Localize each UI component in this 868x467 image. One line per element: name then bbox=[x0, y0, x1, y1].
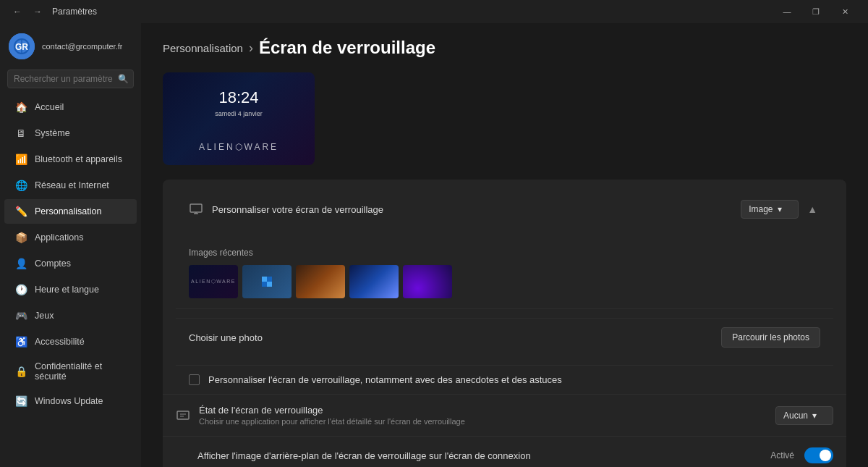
sidebar-item-comptes[interactable]: 👤 Comptes bbox=[4, 251, 137, 276]
etat-dropdown[interactable]: Aucun ▾ bbox=[775, 406, 833, 425]
sidebar-item-windows-update[interactable]: 🔄 Windows Update bbox=[4, 389, 137, 413]
personalisation-icon: ✏️ bbox=[14, 205, 27, 218]
sidebar-item-label: Windows Update bbox=[35, 396, 103, 406]
svg-text:GR: GR bbox=[15, 42, 28, 52]
personalise-dropdown[interactable]: Image ▾ bbox=[741, 200, 799, 219]
titlebar-title: Paramètres bbox=[52, 7, 97, 17]
breadcrumb: Personnalisation › Écran de verrouillage bbox=[163, 38, 846, 58]
image-thumb-5[interactable] bbox=[403, 265, 452, 298]
etat-sublabel: Choisir une application pour afficher l'… bbox=[199, 417, 767, 426]
system-icon: 🖥 bbox=[14, 127, 27, 140]
afficher-status: Activé bbox=[770, 450, 794, 460]
afficher-content: Afficher l'image d'arrière-plan de l'écr… bbox=[176, 450, 762, 461]
afficher-toggle[interactable] bbox=[804, 447, 833, 463]
choose-photo-row: Choisir une photo Parcourir les photos bbox=[176, 318, 833, 356]
etat-label: État de l'écran de verrouillage bbox=[199, 405, 767, 416]
close-button[interactable]: ✕ bbox=[830, 0, 859, 23]
afficher-row: Afficher l'image d'arrière-plan de l'écr… bbox=[163, 437, 846, 467]
choose-photo-label: Choisir une photo bbox=[189, 332, 263, 343]
sidebar-item-accessibilite[interactable]: ♿ Accessibilité bbox=[4, 329, 137, 354]
home-icon: 🏠 bbox=[14, 101, 27, 114]
sidebar-item-jeux[interactable]: 🎮 Jeux bbox=[4, 303, 137, 328]
sidebar-search: 🔍 bbox=[7, 70, 134, 88]
chevron-down-icon: ▾ bbox=[812, 411, 817, 421]
personalise-checkbox[interactable] bbox=[189, 374, 200, 385]
main-layout: GR contact@grcomputer.fr 🔍 🏠 Accueil 🖥 S… bbox=[0, 23, 868, 467]
titlebar: ← → Paramètres — ❐ ✕ bbox=[0, 0, 868, 23]
privacy-icon: 🔒 bbox=[14, 365, 27, 378]
image-thumb-2[interactable] bbox=[242, 265, 292, 298]
back-button[interactable]: ← bbox=[9, 3, 26, 20]
sidebar-item-label: Réseau et Internet bbox=[35, 180, 109, 190]
personalise-row: Personnaliser votre écran de verrouillag… bbox=[163, 180, 846, 395]
network-icon: 🌐 bbox=[14, 179, 27, 192]
search-input[interactable] bbox=[7, 70, 134, 88]
breadcrumb-separator: › bbox=[249, 41, 253, 56]
sidebar-item-label: Heure et langue bbox=[35, 285, 99, 295]
accessibility-icon: ♿ bbox=[14, 335, 27, 348]
titlebar-nav: ← → bbox=[9, 3, 46, 20]
sidebar: GR contact@grcomputer.fr 🔍 🏠 Accueil 🖥 S… bbox=[0, 23, 141, 467]
chevron-down-icon: ▾ bbox=[778, 204, 782, 214]
sidebar-username: contact@grcomputer.fr bbox=[42, 42, 122, 51]
sidebar-item-label: Personnalisation bbox=[35, 206, 101, 216]
avatar: GR bbox=[9, 33, 35, 59]
image-thumb-3[interactable] bbox=[296, 265, 345, 298]
personalise-checkbox-row: Personnaliser l'écran de verrouillage, n… bbox=[176, 365, 833, 394]
sidebar-item-accueil[interactable]: 🏠 Accueil bbox=[4, 95, 137, 119]
preview-date: samedi 4 janvier bbox=[215, 110, 263, 117]
sidebar-item-label: Système bbox=[35, 128, 70, 138]
personalise-control: Image ▾ ▲ bbox=[741, 200, 820, 219]
content-area: Personnalisation › Écran de verrouillage… bbox=[141, 23, 868, 467]
image-thumb-4[interactable] bbox=[349, 265, 399, 298]
minimize-button[interactable]: — bbox=[773, 0, 801, 23]
preview-time: 18:24 samedi 4 janvier bbox=[215, 88, 263, 118]
breadcrumb-parent[interactable]: Personnalisation bbox=[163, 42, 243, 54]
svg-rect-9 bbox=[262, 277, 267, 282]
browse-photos-button[interactable]: Parcourir les photos bbox=[721, 327, 820, 348]
images-label: Images récentes bbox=[189, 248, 820, 258]
sidebar-item-label: Jeux bbox=[35, 311, 54, 321]
search-icon: 🔍 bbox=[118, 74, 129, 84]
sidebar-item-label: Accessibilité bbox=[35, 337, 85, 347]
images-grid: ALIEN⬡WARE bbox=[189, 265, 820, 298]
sidebar-item-applications[interactable]: 📦 Applications bbox=[4, 225, 137, 250]
personalise-label-area: Personnaliser votre écran de verrouillag… bbox=[212, 204, 732, 215]
screen-icon bbox=[189, 202, 203, 216]
sidebar-item-personnalisation[interactable]: ✏️ Personnalisation bbox=[4, 199, 137, 224]
preview-logo: ALIEN⬡WARE bbox=[199, 142, 278, 152]
time-icon: 🕐 bbox=[14, 283, 27, 296]
sidebar-item-label: Applications bbox=[35, 232, 83, 243]
etat-icon bbox=[176, 408, 190, 423]
titlebar-controls: — ❐ ✕ bbox=[773, 0, 859, 23]
page-title: Écran de verrouillage bbox=[259, 38, 435, 58]
personalise-checkbox-label: Personnaliser l'écran de verrouillage, n… bbox=[208, 374, 562, 385]
svg-rect-13 bbox=[177, 411, 189, 419]
applications-icon: 📦 bbox=[14, 231, 27, 244]
svg-rect-12 bbox=[267, 282, 272, 287]
sidebar-item-label: Confidentialité et sécurité bbox=[35, 361, 127, 382]
sidebar-item-confidentialite[interactable]: 🔒 Confidentialité et sécurité bbox=[4, 355, 137, 387]
afficher-control: Activé bbox=[770, 447, 833, 463]
update-icon: 🔄 bbox=[14, 395, 27, 408]
maximize-button[interactable]: ❐ bbox=[801, 0, 830, 23]
sidebar-item-heure[interactable]: 🕐 Heure et langue bbox=[4, 277, 137, 302]
sidebar-item-bluetooth[interactable]: 📶 Bluetooth et appareils bbox=[4, 147, 137, 172]
personalise-expand-button[interactable]: ▲ bbox=[804, 201, 820, 218]
sidebar-item-systeme[interactable]: 🖥 Système bbox=[4, 121, 137, 146]
personalise-label: Personnaliser votre écran de verrouillag… bbox=[212, 204, 732, 215]
bluetooth-icon: 📶 bbox=[14, 153, 27, 166]
accounts-icon: 👤 bbox=[14, 257, 27, 270]
etat-control: Aucun ▾ bbox=[775, 406, 833, 425]
sidebar-user: GR contact@grcomputer.fr bbox=[0, 23, 141, 70]
forward-button[interactable]: → bbox=[29, 3, 46, 20]
svg-rect-10 bbox=[267, 277, 272, 282]
sidebar-item-reseau[interactable]: 🌐 Réseau et Internet bbox=[4, 173, 137, 198]
etat-content: État de l'écran de verrouillage Choisir … bbox=[199, 405, 767, 426]
sidebar-item-label: Bluetooth et appareils bbox=[35, 154, 122, 164]
preview-clock: 18:24 bbox=[215, 88, 263, 107]
sidebar-item-label: Comptes bbox=[35, 258, 71, 269]
toggle-knob bbox=[820, 450, 831, 461]
image-thumb-1[interactable]: ALIEN⬡WARE bbox=[189, 265, 238, 298]
svg-rect-5 bbox=[190, 204, 202, 212]
